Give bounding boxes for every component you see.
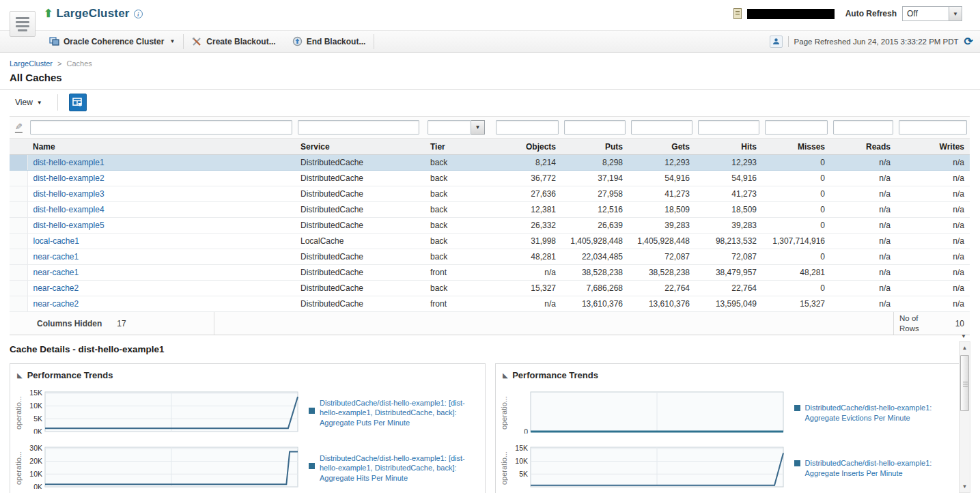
cache-name-cell[interactable]: dist-hello-example3 [27, 186, 295, 202]
col-hits[interactable]: Hits [695, 139, 762, 155]
chart-plot-area[interactable]: 15K10K5K [510, 445, 786, 491]
cache-name-cell[interactable]: dist-hello-example4 [27, 202, 295, 218]
table-footer: Columns Hidden 17 No of Rows 10 [10, 312, 970, 335]
cache-name-cell[interactable]: local-cache1 [27, 234, 295, 249]
cluster-title: LargeCluster [56, 7, 129, 20]
cache-name-link[interactable]: dist-hello-example1 [33, 158, 104, 167]
col-puts[interactable]: Puts [561, 139, 628, 155]
auto-refresh-select[interactable]: Off ▼ [902, 6, 962, 21]
cache-name-link[interactable]: near-cache2 [33, 299, 79, 309]
cache-name-link[interactable]: dist-hello-example4 [33, 205, 104, 214]
table-cell: DistributedCache [295, 186, 425, 202]
filter-objects-input[interactable] [496, 120, 559, 135]
col-writes[interactable]: Writes [896, 139, 970, 155]
row-header-cell[interactable] [10, 171, 27, 186]
table-row[interactable]: near-cache1DistributedCacheback48,28122,… [10, 249, 970, 265]
cluster-menu-button[interactable]: Oracle Coherence Cluster ▼ [41, 31, 183, 52]
cache-name-link[interactable]: dist-hello-example5 [33, 221, 104, 230]
person-icon [772, 38, 780, 45]
filter-writes-input[interactable] [899, 120, 967, 135]
cache-name-cell[interactable]: near-cache1 [27, 265, 295, 281]
table-cell: back [425, 186, 493, 202]
filter-misses-input[interactable] [765, 120, 828, 135]
end-blackout-button[interactable]: End Blackout... [284, 31, 374, 52]
legend-text[interactable]: DistributedCache/dist-hello-example1: Ag… [805, 403, 938, 423]
table-row[interactable]: dist-hello-example3DistributedCacheback2… [10, 186, 970, 202]
cache-name-link[interactable]: near-cache1 [33, 268, 79, 277]
row-header-cell[interactable] [10, 265, 27, 281]
scroll-up-icon[interactable]: ▲ [960, 343, 970, 353]
disclosure-triangle-icon[interactable]: ◢ [503, 372, 508, 379]
scrollbar-thumb[interactable] [960, 355, 969, 411]
table-cell: DistributedCache [295, 281, 425, 296]
table-cell: 8,298 [561, 155, 628, 171]
filter-tier-caret-icon[interactable]: ▼ [471, 120, 485, 135]
table-row[interactable]: dist-hello-example5DistributedCacheback2… [10, 218, 970, 234]
cache-name-link[interactable]: near-cache1 [33, 252, 79, 262]
filter-service-input[interactable] [298, 120, 419, 135]
col-name[interactable]: Name [27, 139, 295, 155]
scroll-down-icon[interactable]: ▼ [960, 481, 970, 492]
chart-evictions-per-minute: operatio... 0 DistributedCache/dist-hell… [496, 384, 970, 440]
row-header-cell[interactable] [10, 218, 27, 234]
col-tier[interactable]: Tier [425, 139, 493, 155]
legend-text[interactable]: DistributedCache/dist-hello-example1: [d… [320, 398, 470, 427]
cache-name-cell[interactable]: near-cache2 [27, 296, 295, 312]
chart-y-axis-label: operatio... [500, 447, 510, 490]
row-header-cell[interactable] [10, 186, 27, 202]
table-row[interactable]: near-cache1DistributedCachefrontn/a38,52… [10, 265, 970, 281]
row-header-cell[interactable] [10, 249, 27, 265]
cache-name-link[interactable]: local-cache1 [33, 236, 79, 246]
cache-name-cell[interactable]: dist-hello-example1 [27, 155, 295, 171]
table-row[interactable]: near-cache2DistributedCachefrontn/a13,61… [10, 296, 970, 312]
info-icon[interactable]: i [134, 10, 143, 18]
vertical-scrollbar[interactable]: ▲ ▼ [959, 341, 970, 493]
col-objects[interactable]: Objects [493, 139, 561, 155]
row-header-cell[interactable] [10, 281, 27, 296]
personalize-page-button[interactable] [770, 36, 783, 48]
cache-name-link[interactable]: dist-hello-example2 [33, 173, 104, 183]
row-header-cell[interactable] [10, 296, 27, 312]
legend-text[interactable]: DistributedCache/dist-hello-example1: Ag… [805, 458, 938, 478]
cache-name-cell[interactable]: dist-hello-example2 [27, 171, 295, 186]
table-row[interactable]: dist-hello-example4DistributedCacheback1… [10, 202, 970, 218]
sidebar-menu-button[interactable] [10, 11, 36, 37]
refresh-button[interactable]: ⟳ [964, 36, 973, 47]
filter-hits-input[interactable] [698, 120, 759, 135]
disclosure-triangle-icon[interactable]: ◢ [17, 372, 23, 379]
filter-reads-input[interactable] [833, 120, 893, 135]
cache-name-cell[interactable]: near-cache2 [27, 281, 295, 296]
table-row[interactable]: near-cache2DistributedCacheback15,3277,6… [10, 281, 970, 296]
splitter-collapse-icon[interactable]: ▼ [957, 333, 970, 340]
legend-text[interactable]: DistributedCache/dist-hello-example1: [d… [320, 453, 470, 483]
chart-plot-area[interactable]: 0 [510, 390, 786, 436]
col-misses[interactable]: Misses [762, 139, 830, 155]
chart-plot-area[interactable]: 15K10K5K0K [25, 390, 300, 436]
create-blackout-button[interactable]: Create Blackout... [184, 31, 283, 52]
filter-tier-input[interactable] [428, 120, 471, 135]
row-header-cell[interactable] [10, 155, 27, 171]
cache-name-link[interactable]: near-cache2 [33, 283, 79, 293]
filter-name-input[interactable] [30, 120, 292, 135]
breadcrumb-largecluster-link[interactable]: LargeCluster [10, 59, 53, 68]
breadcrumb-current: Caches [67, 59, 92, 68]
col-reads[interactable]: Reads [830, 139, 896, 155]
row-header-cell[interactable] [10, 234, 27, 249]
filter-puts-input[interactable] [564, 120, 626, 135]
auto-refresh-caret-icon[interactable]: ▼ [949, 7, 962, 20]
table-cell: n/a [896, 234, 970, 249]
col-gets[interactable]: Gets [628, 139, 695, 155]
cache-name-cell[interactable]: dist-hello-example5 [27, 218, 295, 234]
cache-name-link[interactable]: dist-hello-example3 [33, 189, 104, 199]
view-menu-button[interactable]: View ▼ [15, 98, 42, 107]
col-service[interactable]: Service [295, 139, 425, 155]
table-cell: 13,595,049 [695, 296, 762, 312]
chart-plot-area[interactable]: 30K20K10K0K [25, 445, 300, 491]
cache-name-cell[interactable]: near-cache1 [27, 249, 295, 265]
query-by-example-button[interactable] [69, 94, 87, 111]
table-row[interactable]: dist-hello-example2DistributedCacheback3… [10, 171, 970, 186]
filter-gets-input[interactable] [631, 120, 692, 135]
table-row[interactable]: dist-hello-example1DistributedCacheback8… [10, 155, 970, 171]
row-header-cell[interactable] [10, 202, 27, 218]
table-row[interactable]: local-cache1LocalCacheback31,9981,405,92… [10, 234, 970, 249]
